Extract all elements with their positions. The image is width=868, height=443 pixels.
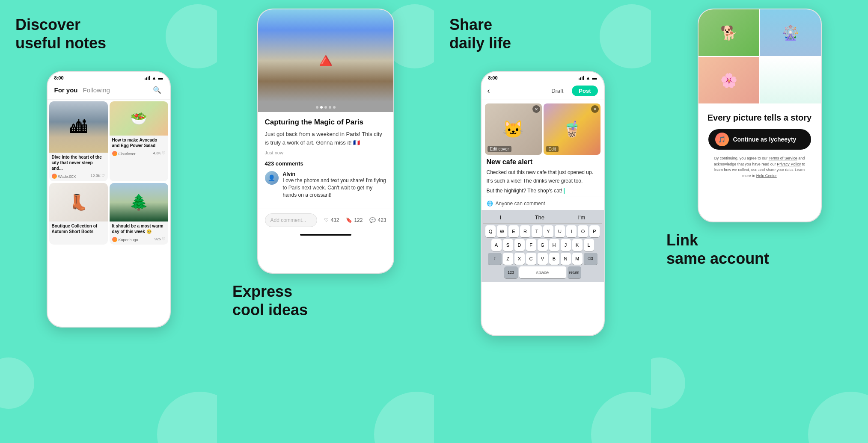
continue-button[interactable]: 🎵 Continue as lycheeyty — [708, 129, 811, 150]
commenter-name: Alvin — [283, 171, 386, 177]
continue-text: Continue as lycheeyty — [733, 136, 797, 143]
status-icons-3: ▲ ▬ — [579, 75, 597, 80]
feed-card-salad[interactable]: How to make Avocado and Egg Power Salad … — [110, 101, 168, 181]
key-R[interactable]: R — [520, 225, 530, 237]
feed-card-forest[interactable]: It should be a most warm day of this wee… — [110, 183, 168, 245]
card-salad-image — [110, 101, 168, 136]
feed-nav[interactable]: For you Following 🔍 — [48, 82, 170, 100]
post-nav-actions: Draft Post — [546, 86, 597, 96]
key-H[interactable]: H — [549, 239, 559, 251]
card-salad-author-row: Flourlover 4.3K ♡ — [112, 149, 166, 157]
key-E[interactable]: E — [508, 225, 519, 237]
chat-icon: 💬 — [369, 217, 376, 223]
like-action[interactable]: ♡ 432 — [324, 217, 339, 223]
key-G[interactable]: G — [538, 239, 548, 251]
bookmark-action[interactable]: 🔖 122 — [346, 217, 363, 223]
key-U[interactable]: U — [555, 225, 565, 237]
wifi-icon-3: ▲ — [586, 75, 591, 80]
key-T[interactable]: T — [532, 225, 542, 237]
comment-permission-row[interactable]: 🌐 Anyone can comment — [482, 197, 604, 210]
commenter-avatar: 👤 — [265, 171, 279, 185]
key-P[interactable]: P — [589, 225, 600, 237]
card-forest-author-row: Kuper.hugo 925 ♡ — [112, 235, 166, 243]
key-D[interactable]: D — [514, 239, 525, 251]
headline-line1: Discover — [15, 15, 106, 34]
chat-action[interactable]: 💬 423 — [369, 217, 386, 223]
key-C[interactable]: C — [526, 253, 536, 265]
signal-bar-4 — [583, 76, 584, 80]
suggestion-the[interactable]: The — [532, 213, 548, 222]
card-salad-info: How to make Avocado and Egg Power Salad … — [110, 136, 168, 159]
keyboard[interactable]: I The I'm Q W E R T Y U I O P — [482, 210, 604, 282]
key-return[interactable]: return — [568, 266, 581, 278]
key-O[interactable]: O — [578, 225, 588, 237]
photo-mosaic: 🐕 🎡 🌸 — [699, 9, 821, 103]
mosaic-fade-cell — [760, 57, 821, 103]
key-A[interactable]: A — [491, 239, 502, 251]
article-text: Just got back from a weekend in Paris! T… — [265, 130, 386, 147]
feed-card-city[interactable]: Dive into the heart of the city that nev… — [49, 101, 108, 181]
edit-cover-label[interactable]: Edit cover — [488, 146, 511, 152]
author-avatar-salad — [112, 151, 117, 156]
phone-frame-4: 🐕 🎡 🌸 Every picture tells a story 🎵 Cont… — [698, 9, 822, 222]
edit-drinks-label[interactable]: Edit — [546, 146, 559, 152]
close-photo-drinks-button[interactable]: ✕ — [591, 105, 599, 113]
panel-3-content: Share daily life 8:00 ▲ ▬ — [434, 0, 651, 443]
draft-button[interactable]: Draft — [546, 86, 568, 96]
photo-item-drinks[interactable]: 🧋 ✕ Edit — [544, 103, 600, 155]
status-bar-3: 8:00 ▲ ▬ — [482, 72, 604, 82]
phone-1: 8:00 ▲ ▬ For you — [47, 71, 171, 328]
legal-text: By continuing, you agree to our Terms of… — [707, 156, 812, 179]
panel-express: 🔺 Capturing the Magic of Paris Just got … — [217, 0, 434, 443]
status-icons-1: ▲ ▬ — [145, 75, 163, 80]
key-backspace[interactable]: ⌫ — [584, 253, 597, 265]
dot-3 — [324, 106, 327, 109]
key-123[interactable]: 123 — [504, 266, 518, 278]
tab-following[interactable]: Following — [83, 86, 110, 94]
suggestion-im[interactable]: I'm — [574, 213, 589, 222]
key-W[interactable]: W — [497, 225, 507, 237]
mosaic-pink-photo: 🌸 — [699, 57, 759, 103]
key-Q[interactable]: Q — [485, 225, 496, 237]
panel-1-content: Discover useful notes 8:00 ▲ — [0, 0, 217, 443]
battery-icon: ▬ — [158, 75, 163, 80]
post-button[interactable]: Post — [572, 86, 597, 96]
wifi-icon: ▲ — [152, 75, 157, 80]
article-actions: Add comment... ♡ 432 🔖 122 💬 423 — [258, 209, 393, 231]
chat-count: 423 — [378, 217, 386, 223]
key-Z[interactable]: Z — [503, 253, 513, 265]
card-city-author-row: Wade.00X 12.3K ♡ — [52, 172, 105, 180]
key-F[interactable]: F — [526, 239, 536, 251]
key-I[interactable]: I — [566, 225, 577, 237]
link-title: Every picture tells a story — [707, 112, 812, 123]
post-text-1: Checked out this new cafe that just open… — [487, 168, 599, 185]
key-space[interactable]: space — [519, 266, 566, 278]
post-text-2-content: But the highlight? The shop's cat! — [487, 188, 562, 194]
comment-input[interactable]: Add comment... — [265, 213, 318, 227]
feed-card-boot[interactable]: Boutique Collection of Autumn Short Boot… — [49, 183, 108, 245]
headline-4-line2: same account — [666, 249, 769, 268]
close-photo-cat-button[interactable]: ✕ — [532, 105, 540, 113]
search-icon[interactable]: 🔍 — [151, 84, 163, 96]
key-S[interactable]: S — [503, 239, 513, 251]
back-arrow-icon[interactable]: ‹ — [488, 86, 490, 95]
key-shift[interactable]: ⇧ — [488, 253, 502, 265]
signal-bar-3 — [148, 77, 149, 80]
key-B[interactable]: B — [549, 253, 559, 265]
key-J[interactable]: J — [561, 239, 571, 251]
photo-item-cat[interactable]: 🐱 ✕ Edit cover — [485, 103, 542, 155]
keyboard-suggestions: I The I'm — [483, 212, 602, 224]
key-Y[interactable]: Y — [543, 225, 553, 237]
card-boot-title: Boutique Collection of Autumn Short Boot… — [52, 223, 105, 234]
key-L[interactable]: L — [584, 239, 594, 251]
card-forest-image — [110, 183, 168, 222]
key-N[interactable]: N — [561, 253, 571, 265]
key-X[interactable]: X — [514, 253, 525, 265]
card-boot-info: Boutique Collection of Autumn Short Boot… — [49, 222, 108, 236]
key-V[interactable]: V — [538, 253, 548, 265]
key-K[interactable]: K — [572, 239, 583, 251]
tab-foryou[interactable]: For you — [54, 86, 78, 94]
suggestion-i[interactable]: I — [496, 213, 505, 222]
key-M[interactable]: M — [572, 253, 583, 265]
article-body: Capturing the Magic of Paris Just got ba… — [258, 112, 393, 209]
